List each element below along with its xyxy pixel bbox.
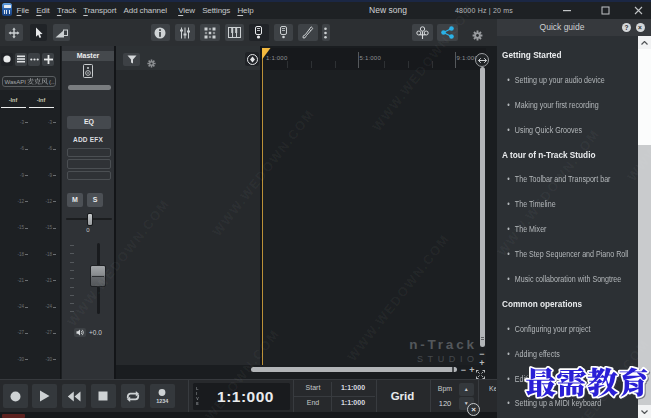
track-filter-button[interactable] [123, 53, 140, 66]
menu-track[interactable]: Track [53, 6, 79, 15]
menu-add-channel[interactable]: Add channel [120, 6, 171, 15]
fader-tick [70, 245, 74, 246]
quick-guide-help-button[interactable]: ? [622, 23, 631, 32]
scroll-up-button[interactable] [638, 36, 651, 49]
songtree-button[interactable] [412, 24, 433, 41]
rewind-button[interactable] [62, 384, 87, 408]
bpm-up-button[interactable]: ▲ [459, 383, 474, 396]
guide-link[interactable]: Configuring your project [497, 324, 590, 334]
bpm-value[interactable]: 120 [431, 399, 459, 408]
master-output-icon[interactable] [83, 64, 93, 82]
step-sequencer-button[interactable] [200, 24, 220, 41]
fade-tool-icon [55, 28, 68, 38]
toolbar-settings-button[interactable] [472, 27, 483, 45]
loop-start-label[interactable]: Start [295, 382, 331, 395]
db-tick: -30 [2, 358, 28, 362]
quick-guide-header: Quick guide ? × [497, 19, 651, 36]
move-tool-button[interactable] [5, 24, 23, 41]
menu-view[interactable]: View [175, 6, 199, 15]
zoom-out-vertical-button[interactable]: − [476, 350, 488, 358]
count-in-label: 1234 [156, 398, 168, 404]
audio-device-in-button[interactable] [249, 24, 269, 41]
efx-slot[interactable] [67, 159, 111, 169]
add-input-button[interactable] [42, 53, 54, 66]
track-list[interactable] [116, 70, 260, 365]
count-in-button[interactable]: 1234 [150, 384, 175, 408]
move-tool-icon [8, 27, 20, 39]
follow-playhead-button[interactable] [245, 52, 259, 66]
select-tool-button[interactable] [30, 24, 47, 41]
mute-button[interactable]: M [67, 193, 83, 207]
toolbar-more-button[interactable] [322, 24, 331, 41]
add-efx-label[interactable]: ADD EFX [62, 136, 114, 143]
timeline-ruler[interactable]: 1:1:0005:1:0009:1:000 [262, 48, 486, 70]
tuning-button[interactable] [298, 24, 318, 41]
loop-button[interactable] [121, 384, 146, 408]
app-logo-icon[interactable] [2, 3, 12, 16]
tree-icon [416, 26, 429, 39]
piano-icon [228, 27, 241, 38]
fader-tick [70, 253, 74, 254]
watermark-line1: n-Track [409, 337, 477, 352]
scroll-down-button[interactable] [638, 405, 651, 418]
song-info-button[interactable] [151, 24, 171, 41]
red-watermark-fragment [2, 414, 25, 418]
meter-options-button[interactable] [28, 53, 40, 66]
piano-roll-button[interactable] [225, 24, 245, 41]
vertical-scrollbar[interactable] [480, 67, 485, 347]
guide-link[interactable]: Music collaboration with Songtree [497, 274, 621, 284]
guide-link[interactable]: Using Quick Grooves [497, 125, 582, 135]
guide-link[interactable]: The Step Sequencer and Piano Roll [497, 249, 628, 259]
timeline-zoom-handle[interactable] [475, 53, 489, 67]
master-title[interactable]: Master [62, 51, 114, 61]
play-button[interactable] [32, 384, 57, 408]
guide-link[interactable]: Setting up your audio device [497, 75, 605, 85]
record-button[interactable] [3, 384, 28, 408]
db-scale-left: -3-6-9-12-15-18-21-24-27-30 [2, 90, 28, 379]
grid-mode-button[interactable]: Grid [376, 380, 429, 413]
timeline: 1:1:0005:1:0009:1:000 n-Track STUDIO − +… [116, 46, 497, 379]
guide-link[interactable]: Adding effects [497, 349, 560, 359]
loop-end-value[interactable]: 1:1:000 [333, 397, 373, 410]
loop-end-label[interactable]: End [295, 397, 331, 410]
eq-button[interactable]: EQ [67, 116, 111, 129]
horizontal-scrollbar[interactable] [251, 367, 457, 373]
meter-menu-button[interactable] [15, 53, 27, 66]
microphone-icon [254, 26, 263, 39]
scrollbar-thumb[interactable] [638, 49, 651, 145]
volume-speaker-button[interactable] [74, 328, 86, 337]
quick-guide-close-button[interactable]: × [636, 23, 645, 32]
arm-record-button[interactable] [1, 53, 13, 66]
db-tick: -12 [30, 200, 56, 204]
audio-device-out-button[interactable] [274, 24, 294, 41]
key-label[interactable]: Key [489, 380, 496, 397]
mixer-button[interactable] [175, 24, 195, 41]
close-button[interactable] [627, 2, 649, 19]
menu-file[interactable]: File [13, 6, 33, 15]
maximize-button[interactable] [594, 2, 616, 19]
solo-button[interactable]: S [87, 193, 103, 207]
minimize-button[interactable] [556, 2, 578, 19]
db-tick: -3 [2, 121, 28, 125]
pan-thumb[interactable] [87, 213, 93, 226]
menu-transport[interactable]: Transport [80, 6, 120, 15]
efx-slot[interactable] [67, 148, 111, 158]
diamond-circle-icon [247, 54, 258, 65]
dismiss-notification-button[interactable]: × [467, 403, 480, 416]
db-tick: -15 [2, 226, 28, 230]
menu-edit[interactable]: Edit [33, 6, 54, 15]
audio-input-device-field[interactable]: WasAPI (... [2, 76, 56, 87]
speaker-box-icon [83, 64, 93, 78]
loop-start-value[interactable]: 1:1:000 [333, 382, 373, 395]
guide-link[interactable]: Making your first recording [497, 100, 599, 110]
efx-slot[interactable] [67, 171, 111, 181]
tuning-fork-icon [301, 26, 314, 39]
fade-tool-button[interactable] [53, 24, 70, 41]
menu-settings[interactable]: Settings [199, 6, 234, 15]
gear-icon [147, 59, 156, 68]
stop-button[interactable] [91, 384, 116, 408]
menu-help[interactable]: Help [234, 6, 257, 15]
ruler-minor-tick [384, 61, 385, 68]
playhead-flag[interactable] [262, 48, 271, 60]
volume-value: +0.0 [89, 329, 102, 336]
